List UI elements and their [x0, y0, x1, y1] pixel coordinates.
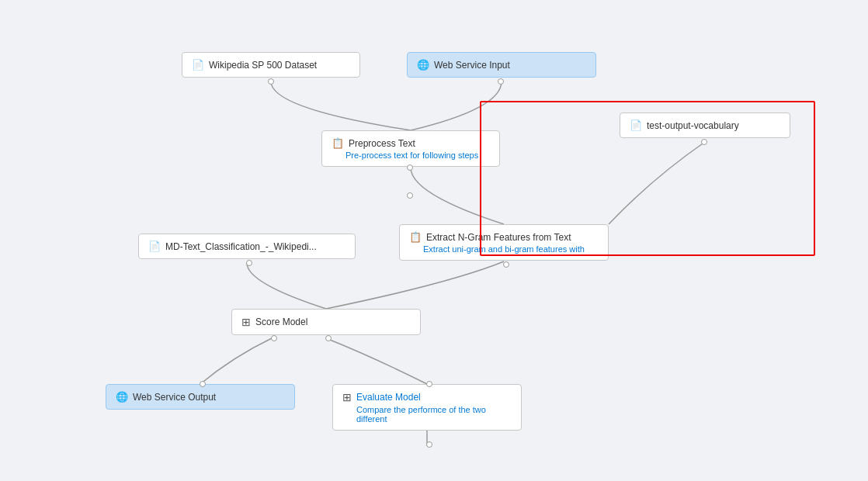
md-text-classification-node[interactable]: 📄 MD-Text_Classification_-_Wikipedi...: [138, 234, 356, 259]
test-output-vocabulary-node[interactable]: 📄 test-output-vocabulary: [620, 112, 790, 138]
score-icon: ⊞: [241, 316, 251, 328]
evaluate-icon: ⊞: [342, 391, 352, 403]
extract-ngram-node[interactable]: 📋 Extract N-Gram Features from Text Extr…: [399, 224, 609, 261]
md-icon: 📄: [148, 240, 161, 252]
web-icon: 🌐: [417, 59, 429, 71]
connector-dot: [701, 139, 707, 145]
web-service-input-label: Web Service Input: [434, 60, 510, 71]
connector-dot: [407, 192, 413, 199]
ngram-icon: 📋: [409, 231, 422, 243]
web-service-input-node[interactable]: 🌐 Web Service Input: [407, 52, 596, 78]
connector-dot: [426, 381, 432, 387]
connector-dot: [503, 261, 509, 268]
score-label: Score Model: [255, 317, 307, 327]
md-label: MD-Text_Classification_-_Wikipedi...: [165, 241, 317, 252]
preprocess-subtitle: Pre-process text for following steps: [332, 151, 490, 160]
connector-dot: [268, 78, 274, 85]
ngram-label: Extract N-Gram Features from Text: [426, 232, 571, 243]
connector-dot: [200, 381, 206, 387]
preprocess-text-node[interactable]: 📋 Preprocess Text Pre-process text for f…: [321, 130, 500, 167]
pipeline-canvas[interactable]: 📄 Wikipedia SP 500 Dataset 🌐 Web Service…: [0, 0, 868, 481]
connector-dot: [325, 335, 332, 341]
preprocess-icon: 📋: [332, 137, 344, 149]
evaluate-label: Evaluate Model: [356, 392, 421, 403]
connector-dot: [407, 164, 413, 171]
score-model-node[interactable]: ⊞ Score Model: [231, 309, 421, 335]
output-web-icon: 🌐: [116, 391, 128, 403]
dataset-icon: 📄: [192, 59, 204, 71]
vocab-label: test-output-vocabulary: [647, 120, 739, 131]
web-service-output-node[interactable]: 🌐 Web Service Output: [106, 384, 295, 410]
evaluate-subtitle: Compare the performce of the two differe…: [342, 405, 512, 424]
web-service-output-label: Web Service Output: [133, 392, 216, 403]
connector-dot: [498, 78, 504, 85]
evaluate-model-node[interactable]: ⊞ Evaluate Model Compare the performce o…: [332, 384, 522, 431]
preprocess-label: Preprocess Text: [349, 138, 415, 149]
ngram-subtitle: Extract uni-gram and bi-gram features wi…: [409, 244, 599, 254]
vocab-icon: 📄: [630, 119, 642, 131]
connector-dot: [271, 335, 277, 341]
connector-dot: [426, 441, 432, 448]
wikipedia-node[interactable]: 📄 Wikipedia SP 500 Dataset: [182, 52, 360, 78]
connector-dot: [246, 260, 252, 266]
wikipedia-label: Wikipedia SP 500 Dataset: [209, 60, 317, 71]
